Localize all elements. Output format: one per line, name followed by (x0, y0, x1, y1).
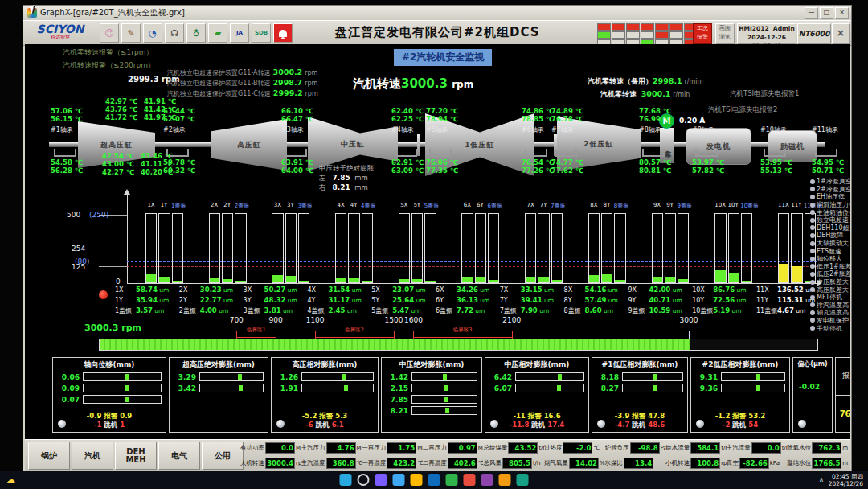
alarm-grid-cell[interactable] (641, 31, 654, 39)
close-button[interactable]: × (835, 7, 849, 19)
bar-value-unit: um (478, 286, 489, 294)
vibration-bar-fill (665, 277, 675, 282)
bar-group (272, 215, 309, 283)
bar-value-label: 5X (371, 286, 392, 294)
nav-box-button[interactable]: 画面 浏览 (715, 23, 735, 44)
alarm-grid-cell[interactable] (641, 23, 654, 31)
bar-value: 54.16 (585, 286, 607, 294)
app-icon-3[interactable] (499, 474, 511, 486)
os-taskbar[interactable]: ☁ ∧ 02:45 周四 2024/12/26 (0, 471, 868, 489)
bar-value-label: 4盖振 (307, 306, 328, 315)
nav-button-DEH-MEH[interactable]: DEH MEH (115, 442, 157, 470)
alarm-mode-button[interactable]: 工况 报警 (693, 23, 712, 44)
file-explorer-icon[interactable] (411, 474, 423, 486)
bar-value: 5.19 (713, 306, 730, 314)
bar-value-group: 2X30.23 um2Y22.77 um2盖振4.00 um (179, 286, 242, 317)
param-unit: ℃ (593, 445, 600, 451)
alarm-grid-cell[interactable] (626, 31, 640, 39)
clock-icon[interactable]: ◔ (143, 23, 162, 43)
alarm-grid-cell[interactable] (655, 23, 669, 31)
vibration-bar-fill (286, 276, 296, 282)
scale-tick-label: 3000 (680, 316, 698, 324)
tray-caret-icon[interactable]: ∧ (819, 476, 824, 483)
minimize-button[interactable]: — (805, 7, 818, 19)
alarm-grid-cell[interactable] (612, 31, 625, 39)
vibration-bar-fill (526, 277, 535, 282)
alarm-dot-icon (810, 225, 815, 230)
bar-value-row: 10Y72.56 um (692, 296, 755, 306)
overspeed-value: 2998.7 (272, 78, 302, 87)
bar-label-cover: 2盖振 (235, 202, 246, 210)
browser-icon[interactable] (446, 474, 458, 486)
alarm-bell-icon[interactable] (273, 23, 293, 43)
bar-value-unit: um (538, 307, 549, 314)
alarm-dot-icon (810, 295, 815, 300)
app-icon-2[interactable] (481, 474, 493, 486)
panel-row: 0.09 (57, 384, 162, 392)
bar-label-x: 6X (461, 202, 473, 210)
bar-label-x: 8X (588, 202, 600, 210)
edge-icon[interactable] (428, 474, 440, 486)
taskbar-clock[interactable]: 02:45 周四 2024/12/26 (829, 473, 863, 487)
bar-value-unit: um (478, 297, 489, 304)
search-icon[interactable] (358, 474, 370, 486)
nav-button-锅炉[interactable]: 锅炉 (28, 442, 70, 470)
alarm-grid-cell[interactable] (597, 31, 611, 39)
bar-value-unit: um (350, 297, 361, 304)
taskbar-icons (340, 474, 529, 486)
sdb-logo[interactable]: SDB (252, 23, 271, 43)
alarm-grid-row (597, 31, 698, 39)
bar-value: 25.64 (392, 296, 414, 304)
sdb-logo-glyph: SDB (255, 30, 268, 36)
vibration-bar (335, 213, 346, 283)
alarm-grid-cell[interactable] (612, 23, 625, 31)
task-view-icon[interactable] (375, 474, 387, 486)
critical-zone-label: 临界区1 (247, 327, 266, 334)
window-titlebar[interactable]: GraphX-[gra/#20T_汽机安全监视.grx] — □ × (23, 6, 851, 20)
nav-button-电气[interactable]: 电气 (158, 442, 200, 470)
weather-icon[interactable]: ☁ (6, 475, 19, 486)
bar-label-y: 4Y (348, 202, 359, 210)
overspeed-value: 3000.2 (273, 68, 303, 76)
critical-zone-label: 临界区2 (345, 327, 364, 334)
vibration-bar (272, 213, 283, 283)
alarm-grid-cell[interactable] (597, 23, 611, 31)
folder-icon[interactable]: ▰ (208, 23, 227, 43)
bar-value-label: 8盖振 (564, 306, 585, 315)
panel-title: 超高压绝对膨胀(mm) (170, 360, 268, 370)
clock-time: 02:45 周四 (829, 473, 863, 480)
app-icon-1[interactable] (464, 474, 476, 486)
vibration-bar (791, 213, 802, 283)
alarm-grid-cell[interactable] (626, 23, 640, 31)
param-value: 1766.5 (812, 458, 841, 469)
system-tray[interactable]: ∧ 02:45 周四 2024/12/26 (819, 473, 863, 487)
tools-icon[interactable]: ✎ (121, 23, 141, 43)
alarm-dot-icon (810, 287, 815, 292)
alarm-dot-icon (810, 203, 815, 208)
alarm-grid-cell[interactable] (669, 23, 683, 31)
nt6000-logo: NT6000 (797, 23, 831, 44)
maximize-button[interactable]: □ (820, 7, 833, 19)
vibration-bar-fill (272, 275, 282, 282)
alarm-grid-cell[interactable] (655, 31, 669, 39)
param-unit: t/h (533, 460, 541, 466)
windows-start-icon[interactable] (340, 474, 352, 486)
main-speed-label: 汽机转速 (353, 76, 401, 91)
nav-button-汽机[interactable]: 汽机 (72, 442, 113, 470)
bearing-label: #6轴承 (522, 125, 544, 134)
widgets-icon[interactable] (393, 474, 405, 486)
bar-value-row: 9X42.00 um (628, 286, 690, 296)
headset-icon[interactable]: ☊ (165, 23, 184, 43)
bar-value: 3.57 (136, 306, 153, 314)
bar-value-label: 11X (756, 286, 777, 294)
ja-logo[interactable]: JA (230, 23, 249, 43)
alarm-dot-icon (810, 218, 815, 223)
users-icon[interactable]: ☺ (100, 23, 119, 43)
toolbar-close-button[interactable]: × (832, 23, 850, 44)
nav-button-公用[interactable]: 公用 (202, 442, 244, 470)
app-icon-4[interactable] (517, 474, 529, 486)
vibration-bar-fill (715, 270, 725, 282)
alarm-list-item: 手动停机 (810, 324, 850, 332)
monitor-icon[interactable]: ♁ (186, 23, 206, 43)
alarm-grid-cell[interactable] (669, 31, 683, 39)
